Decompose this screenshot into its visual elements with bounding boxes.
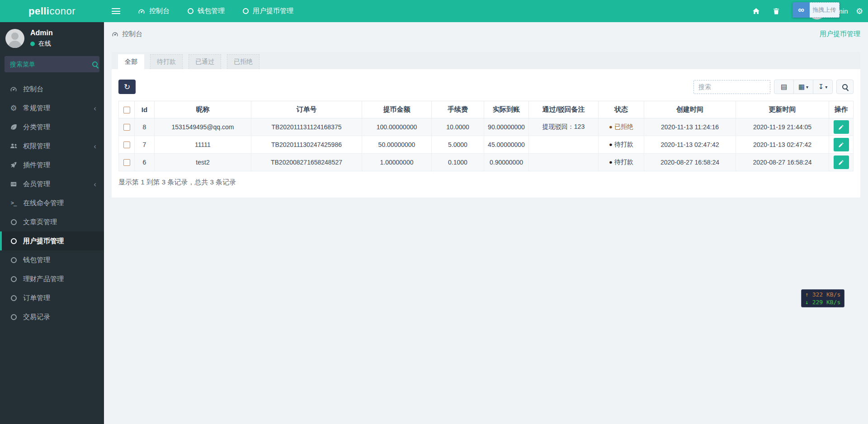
column-header-id[interactable]: Id [135,101,155,118]
tab-all[interactable]: 全部 [118,54,144,69]
sidebar-search-input[interactable] [10,61,92,68]
row-checkbox[interactable] [123,124,130,131]
sidebar-item-general[interactable]: ⚙ 常规管理 ‹ [0,99,104,118]
column-header-fee[interactable]: 手续费 [432,101,484,118]
drag-upload-widget: ∞ 拖拽上传 [793,2,840,18]
topbar-tab-wallet[interactable]: 钱包管理 [179,0,234,22]
cell-status: ●已拒绝 [599,118,644,136]
toggle-view-button[interactable]: ▤ [774,80,794,94]
home-icon[interactable] [752,0,760,22]
topbar-tabs: 控制台 钱包管理 用户提币管理 [129,0,302,22]
cell-actual: 45.00000000 [484,136,529,154]
search-icon[interactable] [92,61,99,68]
row-checkbox[interactable] [123,159,130,166]
tab-pending[interactable]: 待打款 [150,54,183,69]
circle-icon [8,276,19,282]
column-header-created[interactable]: 创建时间 [644,101,736,118]
status-label: 待打款 [614,158,633,165]
column-header-amount[interactable]: 提币金额 [362,101,432,118]
columns-grid-icon: ▦ [798,83,805,91]
topbar-tab-dashboard[interactable]: 控制台 [129,0,179,22]
sidebar-item-category[interactable]: 分类管理 [0,118,104,137]
table-row[interactable]: 6 test2 TB202008271658248527 1.00000000 … [119,154,854,171]
table-row[interactable]: 8 1531549495@qq.com TB202011131124168375… [119,118,854,136]
sidebar-item-dashboard[interactable]: 控制台 [0,80,104,99]
breadcrumb-right-link[interactable]: 用户提币管理 [820,30,860,38]
sidebar-item-label: 会员管理 [23,180,50,188]
topbar-tab-label: 钱包管理 [198,7,225,15]
circle-icon [188,8,193,14]
toolbar-right: ▤ ▦ ▾ ↧ ▾ [693,80,854,94]
column-header-status[interactable]: 状态 [599,101,644,118]
row-checkbox[interactable] [123,141,130,148]
cell-updated: 2020-11-13 02:47:42 [736,136,829,154]
users-icon [8,143,19,149]
arrow-up-icon: ↑ [805,291,809,298]
table-row[interactable]: 7 11111 TB202011130247425986 50.00000000… [119,136,854,154]
brand-logo[interactable]: pelliconor [0,0,104,22]
topbar-tab-label: 用户提币管理 [253,7,293,15]
sidebar-item-article[interactable]: 文章页管理 [0,212,104,231]
sidebar-item-wallet[interactable]: 钱包管理 [0,250,104,269]
sidebar-item-label: 订单管理 [23,294,50,302]
sidebar-toggle-icon[interactable] [112,8,120,14]
sidebar-item-trade[interactable]: 交易记录 [0,307,104,326]
sidebar-item-label: 控制台 [23,85,43,94]
export-icon: ↧ [818,83,824,91]
avatar[interactable] [5,29,24,48]
chevron-left-icon: ‹ [94,142,96,150]
drag-upload-button[interactable]: 拖拽上传 [810,2,840,18]
caret-down-icon: ▾ [806,85,808,90]
table-search-input[interactable] [693,80,770,94]
trash-icon[interactable] [773,0,780,22]
edit-button[interactable] [834,155,849,169]
export-button[interactable]: ↧ ▾ [813,80,833,94]
main-content: 控制台 用户提币管理 全部 待打款 已通过 已拒绝 ↻ ▤ [104,22,868,424]
caret-down-icon: ▾ [825,85,827,90]
cloud-upload-icon[interactable]: ∞ [793,2,810,18]
column-header-updated[interactable]: 更新时间 [736,101,829,118]
tab-approved[interactable]: 已通过 [189,54,221,69]
advanced-search-button[interactable] [836,80,854,94]
circle-icon [8,238,19,244]
cell-amount: 50.00000000 [362,136,432,154]
column-header-nickname[interactable]: 昵称 [155,101,251,118]
column-header-orderno[interactable]: 订单号 [251,101,362,118]
cell-fee: 0.1000 [432,154,484,171]
gear-icon[interactable]: ⚙ [856,0,863,22]
status-dot-icon: ● [609,159,613,165]
sidebar-item-financial[interactable]: 理财产品管理 [0,269,104,288]
tab-rejected[interactable]: 已拒绝 [227,54,259,69]
pencil-icon [838,142,844,148]
sidebar-item-auth[interactable]: 权限管理 ‹ [0,137,104,155]
column-header-remark[interactable]: 通过/驳回备注 [529,101,599,118]
column-header-actions[interactable]: 操作 [829,101,854,118]
toolbar-button-group: ▤ ▦ ▾ ↧ ▾ [774,80,833,94]
edit-button[interactable] [834,120,849,134]
download-speed: ↓ 229 KB/s [805,298,840,306]
cell-orderno: TB202008271658248527 [251,154,362,171]
online-dot-icon [30,42,35,46]
pencil-icon [838,160,844,165]
refresh-icon: ↻ [124,82,130,92]
circle-icon [8,257,19,263]
breadcrumb-row: 控制台 用户提币管理 [104,22,868,52]
gauge-icon [8,85,19,93]
topbar-tab-withdraw[interactable]: 用户提币管理 [234,0,302,22]
sidebar-item-withdraw[interactable]: 用户提币管理 [0,231,104,250]
columns-button[interactable]: ▦ ▾ [793,80,813,94]
refresh-button[interactable]: ↻ [118,80,136,94]
sidebar-item-command[interactable]: >_ 在线命令管理 [0,193,104,212]
edit-button[interactable] [834,138,849,151]
column-header-actual[interactable]: 实际到账 [484,101,529,118]
sidebar-item-label: 用户提币管理 [23,237,64,245]
cell-status: ●待打款 [599,154,644,171]
cell-created: 2020-11-13 11:24:16 [644,118,736,136]
sidebar-item-member[interactable]: 会员管理 ‹ [0,174,104,193]
select-all-checkbox[interactable] [123,107,130,113]
search-icon [842,84,849,90]
sidebar-item-addon[interactable]: 插件管理 [0,155,104,174]
cell-status: ●待打款 [599,136,644,154]
sidebar-item-order[interactable]: 订单管理 [0,288,104,307]
circle-icon [8,219,19,225]
